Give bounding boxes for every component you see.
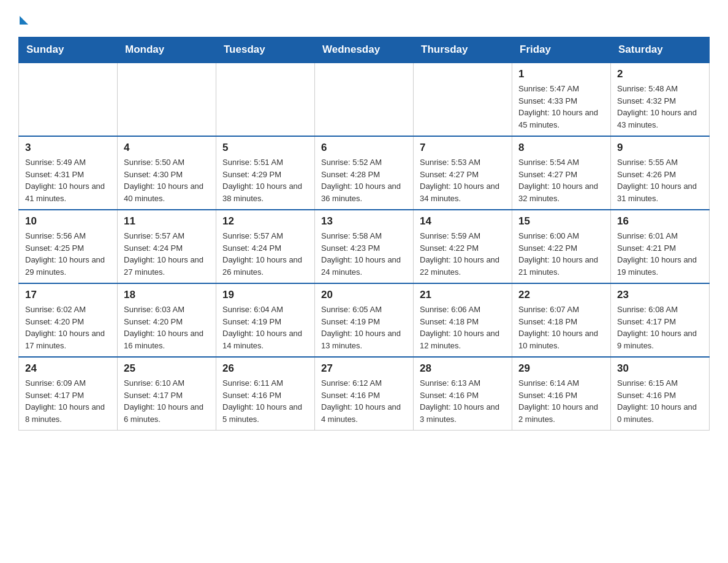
day-info: Sunrise: 5:58 AM Sunset: 4:23 PM Dayligh… <box>321 230 407 278</box>
day-info: Sunrise: 5:47 AM Sunset: 4:33 PM Dayligh… <box>518 83 604 131</box>
col-header-tuesday: Tuesday <box>216 37 315 63</box>
day-number: 22 <box>518 289 604 301</box>
day-number: 20 <box>321 289 407 301</box>
col-header-friday: Friday <box>512 37 611 63</box>
day-info: Sunrise: 6:15 AM Sunset: 4:16 PM Dayligh… <box>617 377 703 425</box>
day-info: Sunrise: 5:55 AM Sunset: 4:26 PM Dayligh… <box>617 156 703 204</box>
day-info: Sunrise: 6:05 AM Sunset: 4:19 PM Dayligh… <box>321 304 407 351</box>
day-number: 1 <box>518 68 604 80</box>
day-info: Sunrise: 5:48 AM Sunset: 4:32 PM Dayligh… <box>617 83 703 131</box>
day-number: 8 <box>518 142 604 154</box>
day-info: Sunrise: 5:49 AM Sunset: 4:31 PM Dayligh… <box>25 156 111 204</box>
calendar-cell: 16Sunrise: 6:01 AM Sunset: 4:21 PM Dayli… <box>611 210 710 283</box>
day-info: Sunrise: 6:02 AM Sunset: 4:20 PM Dayligh… <box>25 304 111 351</box>
day-info: Sunrise: 5:54 AM Sunset: 4:27 PM Dayligh… <box>518 156 604 204</box>
calendar-cell: 30Sunrise: 6:15 AM Sunset: 4:16 PM Dayli… <box>611 357 710 431</box>
day-number: 19 <box>222 289 308 301</box>
day-info: Sunrise: 6:14 AM Sunset: 4:16 PM Dayligh… <box>518 377 604 425</box>
calendar-cell: 26Sunrise: 6:11 AM Sunset: 4:16 PM Dayli… <box>216 357 315 431</box>
calendar-cell: 22Sunrise: 6:07 AM Sunset: 4:18 PM Dayli… <box>512 283 611 357</box>
calendar-cell: 13Sunrise: 5:58 AM Sunset: 4:23 PM Dayli… <box>315 210 414 283</box>
day-number: 23 <box>617 289 703 301</box>
day-info: Sunrise: 6:06 AM Sunset: 4:18 PM Dayligh… <box>420 304 506 351</box>
day-info: Sunrise: 6:11 AM Sunset: 4:16 PM Dayligh… <box>222 377 308 425</box>
day-info: Sunrise: 5:57 AM Sunset: 4:24 PM Dayligh… <box>124 230 210 278</box>
calendar-cell: 29Sunrise: 6:14 AM Sunset: 4:16 PM Dayli… <box>512 357 611 431</box>
calendar-cell: 21Sunrise: 6:06 AM Sunset: 4:18 PM Dayli… <box>414 283 512 357</box>
day-info: Sunrise: 5:59 AM Sunset: 4:22 PM Dayligh… <box>420 230 506 278</box>
calendar-cell <box>118 63 216 136</box>
calendar-cell: 4Sunrise: 5:50 AM Sunset: 4:30 PM Daylig… <box>118 136 216 210</box>
day-number: 10 <box>25 215 111 228</box>
day-number: 25 <box>124 362 210 375</box>
day-info: Sunrise: 6:12 AM Sunset: 4:16 PM Dayligh… <box>321 377 407 425</box>
calendar-cell: 11Sunrise: 5:57 AM Sunset: 4:24 PM Dayli… <box>118 210 216 283</box>
calendar-cell <box>19 63 118 136</box>
day-number: 21 <box>420 289 506 301</box>
calendar-cell: 15Sunrise: 6:00 AM Sunset: 4:22 PM Dayli… <box>512 210 611 283</box>
day-info: Sunrise: 5:57 AM Sunset: 4:24 PM Dayligh… <box>222 230 308 278</box>
calendar-cell: 27Sunrise: 6:12 AM Sunset: 4:16 PM Dayli… <box>315 357 414 431</box>
col-header-monday: Monday <box>118 37 216 63</box>
calendar-cell: 28Sunrise: 6:13 AM Sunset: 4:16 PM Dayli… <box>414 357 512 431</box>
day-info: Sunrise: 6:13 AM Sunset: 4:16 PM Dayligh… <box>420 377 506 425</box>
calendar-cell: 18Sunrise: 6:03 AM Sunset: 4:20 PM Dayli… <box>118 283 216 357</box>
calendar-cell: 5Sunrise: 5:51 AM Sunset: 4:29 PM Daylig… <box>216 136 315 210</box>
day-number: 6 <box>321 142 407 154</box>
day-number: 24 <box>25 362 111 375</box>
calendar-cell: 2Sunrise: 5:48 AM Sunset: 4:32 PM Daylig… <box>611 63 710 136</box>
calendar-cell: 19Sunrise: 6:04 AM Sunset: 4:19 PM Dayli… <box>216 283 315 357</box>
calendar-cell: 1Sunrise: 5:47 AM Sunset: 4:33 PM Daylig… <box>512 63 611 136</box>
day-number: 26 <box>222 362 308 375</box>
calendar-cell: 6Sunrise: 5:52 AM Sunset: 4:28 PM Daylig… <box>315 136 414 210</box>
calendar-cell: 24Sunrise: 6:09 AM Sunset: 4:17 PM Dayli… <box>19 357 118 431</box>
day-number: 9 <box>617 142 703 154</box>
day-info: Sunrise: 5:53 AM Sunset: 4:27 PM Dayligh… <box>420 156 506 204</box>
calendar-cell: 7Sunrise: 5:53 AM Sunset: 4:27 PM Daylig… <box>414 136 512 210</box>
day-info: Sunrise: 6:01 AM Sunset: 4:21 PM Dayligh… <box>617 230 703 278</box>
calendar-cell: 3Sunrise: 5:49 AM Sunset: 4:31 PM Daylig… <box>19 136 118 210</box>
day-info: Sunrise: 6:09 AM Sunset: 4:17 PM Dayligh… <box>25 377 111 425</box>
day-info: Sunrise: 6:00 AM Sunset: 4:22 PM Dayligh… <box>518 230 604 278</box>
col-header-sunday: Sunday <box>19 37 118 63</box>
calendar-cell: 8Sunrise: 5:54 AM Sunset: 4:27 PM Daylig… <box>512 136 611 210</box>
day-info: Sunrise: 5:52 AM Sunset: 4:28 PM Dayligh… <box>321 156 407 204</box>
col-header-saturday: Saturday <box>611 37 710 63</box>
day-number: 5 <box>222 142 308 154</box>
calendar-cell <box>315 63 414 136</box>
day-number: 17 <box>25 289 111 301</box>
header <box>18 12 710 25</box>
day-number: 4 <box>124 142 210 154</box>
day-info: Sunrise: 6:07 AM Sunset: 4:18 PM Dayligh… <box>518 304 604 351</box>
day-info: Sunrise: 6:08 AM Sunset: 4:17 PM Dayligh… <box>617 304 703 351</box>
day-number: 27 <box>321 362 407 375</box>
day-number: 16 <box>617 215 703 228</box>
calendar-cell: 25Sunrise: 6:10 AM Sunset: 4:17 PM Dayli… <box>118 357 216 431</box>
calendar-cell: 17Sunrise: 6:02 AM Sunset: 4:20 PM Dayli… <box>19 283 118 357</box>
calendar-cell: 23Sunrise: 6:08 AM Sunset: 4:17 PM Dayli… <box>611 283 710 357</box>
day-info: Sunrise: 5:51 AM Sunset: 4:29 PM Dayligh… <box>222 156 308 204</box>
day-number: 15 <box>518 215 604 228</box>
day-number: 7 <box>420 142 506 154</box>
calendar-cell: 20Sunrise: 6:05 AM Sunset: 4:19 PM Dayli… <box>315 283 414 357</box>
day-number: 13 <box>321 215 407 228</box>
day-number: 11 <box>124 215 210 228</box>
calendar-cell: 10Sunrise: 5:56 AM Sunset: 4:25 PM Dayli… <box>19 210 118 283</box>
day-number: 30 <box>617 362 703 375</box>
day-info: Sunrise: 6:10 AM Sunset: 4:17 PM Dayligh… <box>124 377 210 425</box>
calendar-cell <box>414 63 512 136</box>
day-number: 3 <box>25 142 111 154</box>
logo-triangle-icon <box>20 16 28 25</box>
day-info: Sunrise: 5:50 AM Sunset: 4:30 PM Dayligh… <box>124 156 210 204</box>
col-header-thursday: Thursday <box>414 37 512 63</box>
day-number: 18 <box>124 289 210 301</box>
day-number: 29 <box>518 362 604 375</box>
day-number: 14 <box>420 215 506 228</box>
col-header-wednesday: Wednesday <box>315 37 414 63</box>
calendar-cell: 9Sunrise: 5:55 AM Sunset: 4:26 PM Daylig… <box>611 136 710 210</box>
day-info: Sunrise: 6:04 AM Sunset: 4:19 PM Dayligh… <box>222 304 308 351</box>
day-number: 2 <box>617 68 703 80</box>
calendar-cell: 12Sunrise: 5:57 AM Sunset: 4:24 PM Dayli… <box>216 210 315 283</box>
day-info: Sunrise: 6:03 AM Sunset: 4:20 PM Dayligh… <box>124 304 210 351</box>
calendar-cell: 14Sunrise: 5:59 AM Sunset: 4:22 PM Dayli… <box>414 210 512 283</box>
